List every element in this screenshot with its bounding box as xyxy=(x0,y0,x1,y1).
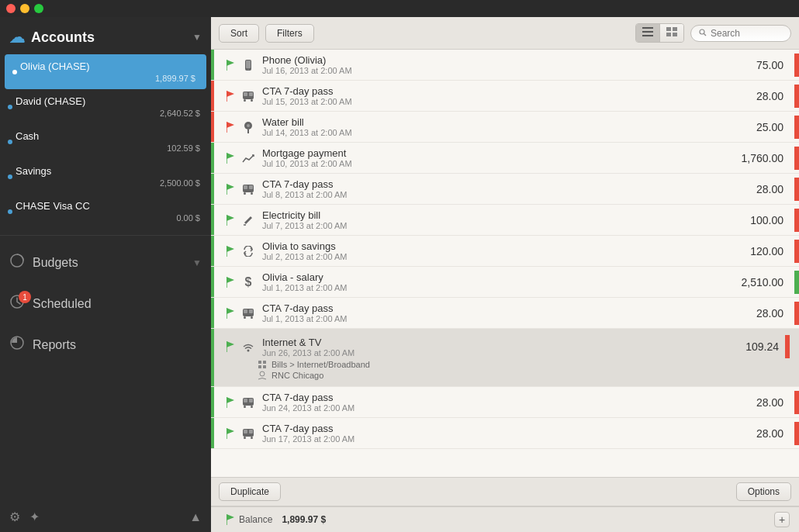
wifi-icon xyxy=(240,339,256,354)
add-transaction-button[interactable]: + xyxy=(774,512,790,527)
account-item-olivia-chase[interactable]: Olivia (CHASE) 1,899.97 $ xyxy=(5,54,206,89)
action-bar: Duplicate Options xyxy=(211,477,799,506)
trans-date: Jul 2, 2013 at 2:00 AM xyxy=(262,252,750,261)
flag-icon xyxy=(227,428,234,439)
table-row[interactable]: Mortgage payment Jul 10, 2013 at 2:00 AM… xyxy=(211,143,799,174)
table-row[interactable]: Internet & TV Jun 26, 2013 at 2:00 AM 10… xyxy=(211,329,799,387)
green-indicator xyxy=(794,271,799,294)
svg-rect-8 xyxy=(666,33,671,36)
red-indicator xyxy=(794,422,799,445)
trans-date: Jul 1, 2013 at 2:00 AM xyxy=(262,283,742,292)
svg-point-16 xyxy=(247,68,249,70)
table-row[interactable]: CTA 7-day pass Jul 8, 2013 at 2:00 AM 28… xyxy=(211,174,799,205)
trans-amount: 100.00 xyxy=(750,214,783,226)
table-row[interactable]: Olivia to savings Jul 2, 2013 at 2:00 AM… xyxy=(211,236,799,267)
main-layout: ☁ Accounts ▼ Olivia (CHASE) 1,899.97 $ D… xyxy=(0,17,799,532)
trans-name: Phone (Olivia) xyxy=(262,54,756,66)
sort-button[interactable]: Sort xyxy=(219,24,259,43)
collapse-accounts-button[interactable]: ▼ xyxy=(192,32,202,43)
trans-date: Jun 17, 2013 at 2:00 AM xyxy=(262,434,756,444)
balance-bar: Balance 1,899.97 $ + xyxy=(211,506,799,532)
svg-rect-20 xyxy=(244,92,247,96)
svg-point-35 xyxy=(244,192,246,195)
table-row[interactable]: Water bill Jul 14, 2013 at 2:00 AM 25.00 xyxy=(211,112,799,143)
trans-name: CTA 7-day pass xyxy=(262,85,756,97)
trans-name: Olivia - salary xyxy=(262,271,742,283)
flag-bar-green xyxy=(211,50,214,80)
svg-marker-59 xyxy=(227,397,234,403)
table-row[interactable]: Electricity bill Jul 7, 2013 at 2:00 AM … xyxy=(211,205,799,236)
svg-marker-42 xyxy=(227,277,234,283)
toolbar: Sort Filters xyxy=(211,17,799,50)
accounts-section-header[interactable]: ☁ Accounts ▼ xyxy=(0,17,211,54)
table-row[interactable]: CTA 7-day pass Jul 15, 2013 at 2:00 AM 2… xyxy=(211,81,799,112)
up-arrow-icon[interactable]: ▲ xyxy=(189,510,202,524)
trans-details: Olivia - salary Jul 1, 2013 at 2:00 AM xyxy=(262,271,742,292)
flag-icon xyxy=(227,308,234,319)
account-balance: 2,500.00 $ xyxy=(16,178,200,188)
account-item-savings[interactable]: Savings 2,500.00 $ xyxy=(0,159,211,194)
flag-bar-green xyxy=(211,205,214,235)
flag-icon xyxy=(227,60,234,71)
grid-view-button[interactable] xyxy=(660,24,683,42)
svg-point-27 xyxy=(247,124,250,127)
options-button[interactable]: Options xyxy=(736,482,791,501)
flag-bar-green xyxy=(211,174,214,204)
search-box[interactable] xyxy=(690,25,791,42)
table-row[interactable]: Phone (Olivia) Jul 16, 2013 at 2:00 AM 7… xyxy=(211,50,799,81)
red-indicator xyxy=(794,85,799,108)
account-item-cash[interactable]: Cash 102.59 $ xyxy=(0,124,211,159)
flag-bar-green xyxy=(211,298,214,328)
account-dot xyxy=(8,209,12,214)
trans-details: Olivia to savings Jul 2, 2013 at 2:00 AM xyxy=(262,240,750,261)
trans-amount: 109.24 xyxy=(745,340,779,353)
svg-point-64 xyxy=(244,406,246,408)
plus-icon: + xyxy=(779,513,785,526)
duplicate-button[interactable]: Duplicate xyxy=(219,482,281,501)
svg-rect-55 xyxy=(263,361,266,364)
flag-bar-green xyxy=(211,329,214,386)
trans-details: CTA 7-day pass Jul 15, 2013 at 2:00 AM xyxy=(262,85,756,106)
sidebar-divider xyxy=(0,235,211,236)
svg-point-22 xyxy=(244,99,246,102)
add-icon[interactable]: ✦ xyxy=(29,510,40,524)
trans-amount: 28.00 xyxy=(756,307,783,320)
table-row[interactable]: CTA 7-day pass Jul 1, 2013 at 2:00 AM 28… xyxy=(211,298,799,329)
account-item-chase-visa[interactable]: CHASE Visa CC 0.00 $ xyxy=(0,194,211,229)
maximize-button[interactable] xyxy=(34,4,43,13)
svg-point-58 xyxy=(260,371,265,376)
trans-amount: 28.00 xyxy=(756,183,783,195)
sidebar-item-reports[interactable]: Reports xyxy=(0,324,211,365)
flag-icon xyxy=(227,91,234,102)
trans-name: CTA 7-day pass xyxy=(262,178,756,190)
red-indicator xyxy=(794,240,799,263)
table-row[interactable]: CTA 7-day pass Jun 17, 2013 at 2:00 AM 2… xyxy=(211,418,799,449)
svg-point-50 xyxy=(251,316,253,319)
search-input[interactable] xyxy=(711,28,780,39)
view-toggle xyxy=(635,23,684,43)
phone-icon xyxy=(240,57,256,73)
sidebar-item-budgets[interactable]: Budgets ▼ xyxy=(0,242,211,283)
filters-button[interactable]: Filters xyxy=(265,24,314,43)
trans-details: Internet & TV Jun 26, 2013 at 2:00 AM xyxy=(262,337,745,358)
account-item-david-chase[interactable]: David (CHASE) 2,640.52 $ xyxy=(0,89,211,124)
trans-date: Jul 16, 2013 at 2:00 AM xyxy=(262,66,756,75)
sidebar-item-scheduled[interactable]: 1 Scheduled xyxy=(0,283,211,324)
close-button[interactable] xyxy=(6,4,16,13)
trans-details: CTA 7-day pass Jun 24, 2013 at 2:00 AM xyxy=(262,392,756,413)
svg-rect-48 xyxy=(249,309,253,313)
svg-marker-12 xyxy=(227,60,234,66)
flag-icon xyxy=(227,277,234,288)
trans-date: Jun 26, 2013 at 2:00 AM xyxy=(262,348,745,358)
trans-date: Jul 10, 2013 at 2:00 AM xyxy=(262,159,742,168)
account-name: David (CHASE) xyxy=(16,95,200,107)
table-row[interactable]: CTA 7-day pass Jun 24, 2013 at 2:00 AM 2… xyxy=(211,387,799,418)
list-view-button[interactable] xyxy=(636,24,660,42)
minimize-button[interactable] xyxy=(20,4,29,13)
transaction-list[interactable]: Phone (Olivia) Jul 16, 2013 at 2:00 AM 7… xyxy=(211,50,799,477)
table-row[interactable]: $ Olivia - salary Jul 1, 2013 at 2:00 AM… xyxy=(211,267,799,298)
trans-name: CTA 7-day pass xyxy=(262,392,756,403)
trans-amount: 2,510.00 xyxy=(742,276,784,288)
account-balance: 2,640.52 $ xyxy=(16,109,200,118)
settings-icon[interactable]: ⚙ xyxy=(9,510,20,524)
